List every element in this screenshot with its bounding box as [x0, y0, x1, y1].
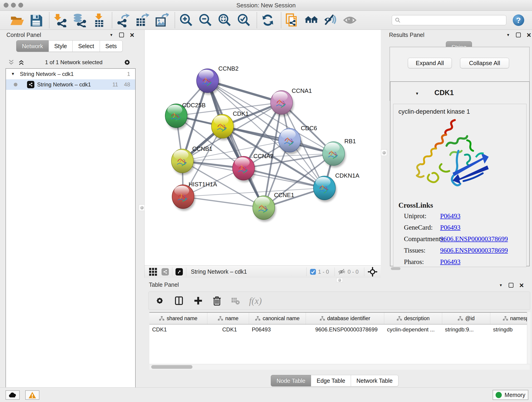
- help-button[interactable]: ?: [513, 14, 524, 26]
- panel-float-icon[interactable]: [516, 32, 521, 37]
- network-collection-row[interactable]: ▼ String Network – cdk1 1: [6, 69, 135, 79]
- crosslink-link[interactable]: P06493: [440, 212, 461, 220]
- edge-CCNB2-CCNE1[interactable]: [208, 81, 264, 208]
- hide-selected-icon[interactable]: [323, 13, 338, 27]
- network-options-gear-icon[interactable]: [123, 58, 132, 67]
- node-CDKN1A[interactable]: [313, 176, 336, 202]
- node-CCNB2[interactable]: [196, 69, 220, 95]
- apply-layout-icon[interactable]: [261, 13, 275, 27]
- show-all-icon[interactable]: [343, 13, 357, 27]
- zoom-selected-icon[interactable]: [236, 13, 251, 27]
- column-header-shared-name[interactable]: shared name: [149, 313, 207, 324]
- panel-menu-icon[interactable]: ▼: [109, 33, 113, 37]
- crosslink-link[interactable]: P06493: [440, 224, 461, 231]
- hidden-eye-icon[interactable]: [338, 268, 346, 275]
- node-RB1[interactable]: [323, 142, 346, 167]
- network-edges[interactable]: [176, 81, 334, 208]
- cloud-status-button[interactable]: [6, 390, 20, 400]
- collection-count: 1: [127, 71, 130, 77]
- tab-network[interactable]: Network: [16, 40, 49, 52]
- panel-close-icon[interactable]: ×: [527, 33, 531, 37]
- selected-checkbox-icon[interactable]: [310, 269, 316, 275]
- tab-style[interactable]: Style: [49, 40, 73, 52]
- expand-all-button[interactable]: Expand All: [408, 58, 452, 68]
- locate-network-icon[interactable]: [367, 267, 378, 277]
- collapse-all-button[interactable]: Collapse All: [460, 58, 509, 68]
- node-CCNA1[interactable]: [271, 90, 294, 116]
- results-scrollbar-thumb[interactable]: [391, 267, 400, 270]
- panel-float-icon[interactable]: [509, 283, 513, 288]
- import-network-from-file-icon[interactable]: [53, 13, 67, 27]
- show-columns-icon[interactable]: [174, 296, 184, 306]
- function-builder-icon[interactable]: f(x): [249, 295, 262, 306]
- delete-column-icon[interactable]: [212, 296, 222, 306]
- expand-all-tree-icon[interactable]: [18, 59, 25, 66]
- import-table-from-file-icon[interactable]: [92, 13, 106, 27]
- string-network-graph[interactable]: CCNB2CCNA1CDC25BCDK1CDC6RB1CCNB1CCNA2CDK…: [145, 30, 381, 265]
- table-options-gear-icon[interactable]: [155, 296, 165, 306]
- column-header-namespace[interactable]: namespace: [490, 313, 530, 324]
- column-type-icon: [320, 316, 325, 321]
- memory-button[interactable]: Memory: [493, 390, 528, 400]
- first-neighbors-icon[interactable]: [304, 13, 318, 27]
- gene-expander-icon[interactable]: ▼: [415, 91, 419, 96]
- column-header-description[interactable]: description: [384, 313, 442, 324]
- panel-float-icon[interactable]: [119, 32, 124, 37]
- tab-edge-table[interactable]: Edge Table: [311, 375, 351, 386]
- tab-select[interactable]: Select: [72, 40, 100, 52]
- network-label: String Network – cdk1: [37, 81, 91, 88]
- column-header-canonical-name[interactable]: canonical name: [249, 313, 306, 324]
- node-CDC6[interactable]: [279, 128, 302, 154]
- zoom-out-icon[interactable]: [198, 13, 212, 27]
- column-header-name[interactable]: name: [207, 313, 249, 324]
- tab-sets[interactable]: Sets: [100, 40, 123, 52]
- tab-node-table[interactable]: Node Table: [271, 375, 311, 386]
- tab-network-table[interactable]: Network Table: [351, 375, 399, 386]
- left-splitter-handle[interactable]: [139, 204, 145, 211]
- toolbar-separator: [335, 268, 335, 276]
- node-CCNE1[interactable]: [253, 196, 276, 222]
- save-session-icon[interactable]: [29, 13, 43, 27]
- network-row[interactable]: String Network – cdk1 11 48: [6, 79, 135, 90]
- table-row[interactable]: CDK1CDK1P064939606.ENSP00000378699cyclin…: [149, 325, 530, 335]
- delete-table-icon[interactable]: [231, 296, 240, 305]
- open-session-icon[interactable]: [10, 13, 24, 27]
- export-table-icon[interactable]: [135, 13, 149, 27]
- panel-menu-icon[interactable]: ▼: [506, 33, 510, 37]
- network-view-title: String Network – cdk1: [191, 268, 247, 275]
- search-input[interactable]: [403, 17, 503, 24]
- warnings-button[interactable]: [25, 390, 39, 400]
- crosslink-link[interactable]: 9606.ENSP00000378699: [440, 247, 508, 254]
- node-CDK1[interactable]: [211, 114, 234, 140]
- import-network-from-database-icon[interactable]: [72, 13, 87, 27]
- panel-close-icon[interactable]: ×: [519, 283, 524, 288]
- collapse-all-tree-icon[interactable]: [8, 59, 15, 66]
- import-string-network-icon[interactable]: [285, 13, 299, 27]
- node-table[interactable]: shared namenamecanonical namedatabase id…: [149, 312, 530, 364]
- zoom-fit-icon[interactable]: [217, 13, 231, 27]
- column-header-database-identifier[interactable]: database identifier: [306, 313, 384, 324]
- panel-menu-icon[interactable]: ▼: [499, 283, 503, 287]
- status-bar: Memory: [0, 387, 532, 402]
- tree-expander-icon[interactable]: ▼: [11, 72, 15, 76]
- string-view-icon[interactable]: [162, 268, 169, 275]
- export-image-icon[interactable]: [154, 13, 169, 27]
- table-horizontal-scrollbar[interactable]: [149, 364, 530, 370]
- birds-eye-grid-icon[interactable]: [148, 267, 158, 277]
- results-panel-title: Results Panel: [389, 32, 424, 38]
- search-box[interactable]: [392, 15, 506, 25]
- table-header-row[interactable]: shared namenamecanonical namedatabase id…: [149, 313, 530, 325]
- create-column-icon[interactable]: [193, 296, 203, 306]
- node-CCNA2[interactable]: [233, 156, 256, 182]
- detach-view-icon[interactable]: [176, 268, 183, 275]
- export-network-icon[interactable]: [116, 13, 130, 27]
- crosslink-link[interactable]: P06493: [440, 258, 461, 266]
- column-header--id[interactable]: @id: [442, 313, 490, 324]
- network-canvas[interactable]: CCNB2CCNA1CDC25BCDK1CDC6RB1CCNB1CCNA2CDK…: [144, 30, 381, 265]
- scrollbar-thumb[interactable]: [151, 365, 192, 369]
- zoom-in-icon[interactable]: [179, 13, 193, 27]
- crosslink-link[interactable]: 9606.ENSP00000378699: [440, 235, 508, 243]
- table-vertical-scrollbar[interactable]: [527, 312, 530, 364]
- node-HIST1H1A[interactable]: [172, 185, 195, 211]
- panel-close-icon[interactable]: ×: [130, 33, 134, 37]
